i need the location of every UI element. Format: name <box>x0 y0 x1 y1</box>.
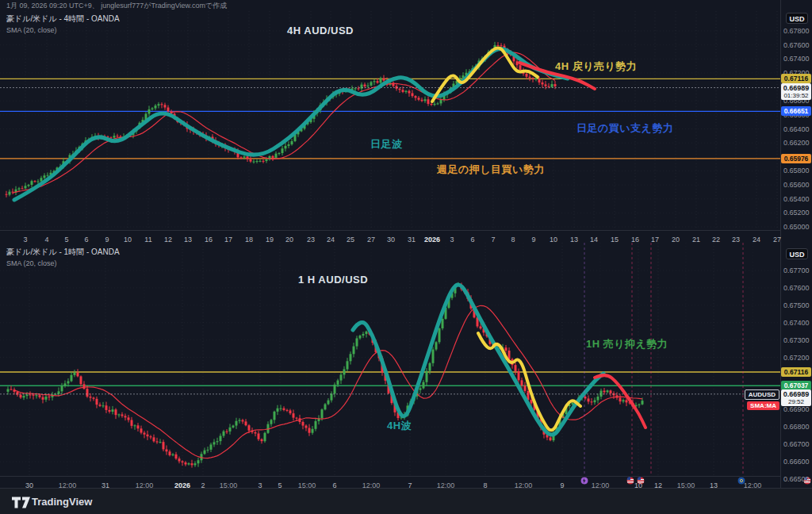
candle-body <box>7 389 10 392</box>
candle-body <box>197 460 200 463</box>
price-scale-1h[interactable] <box>781 243 812 476</box>
candle-body <box>109 410 111 412</box>
economic-event-icon[interactable] <box>580 477 588 485</box>
candle-body <box>285 146 287 148</box>
candle-body <box>427 99 430 104</box>
candle-body <box>603 391 606 393</box>
4h-teal-wave[interactable] <box>14 48 568 200</box>
candle-body <box>331 393 333 400</box>
candle-body <box>105 405 108 410</box>
candle-body <box>600 391 603 397</box>
candle-body <box>48 397 51 397</box>
candle-body <box>358 88 360 89</box>
indicator-label-1h[interactable]: SMA (20, close) <box>6 259 120 267</box>
candle-body <box>291 141 293 144</box>
candle-body <box>282 148 284 153</box>
candle-body <box>247 156 249 159</box>
candle-body <box>302 422 304 426</box>
candle-body <box>6 194 8 195</box>
candle-body <box>266 159 268 161</box>
indicator-label-4h[interactable]: SMA (20, close) <box>6 26 120 34</box>
candle-body <box>327 401 330 405</box>
candle-body <box>594 401 596 403</box>
candle-body <box>175 455 178 458</box>
chart-canvas[interactable] <box>0 0 812 514</box>
candle-body <box>40 178 43 181</box>
candle-body <box>638 405 641 405</box>
candle-body <box>354 88 357 89</box>
candle-body <box>356 338 358 346</box>
tradingview-chart-window: 1月 09, 2026 09:20 UTC+9、 junglesurf777がT… <box>0 0 812 514</box>
symbol-title-1h[interactable]: 豪ドル/米ドル - 1時間 - OANDA <box>6 247 120 258</box>
candle-body <box>426 371 428 382</box>
candle-body <box>131 420 133 426</box>
candle-body <box>288 144 290 146</box>
price-scale-4h[interactable] <box>781 11 812 230</box>
candle-body <box>23 396 25 397</box>
candle-body <box>42 397 44 400</box>
candle-body <box>256 161 259 162</box>
candle-body <box>26 394 29 396</box>
candle-body <box>44 175 46 178</box>
candle-body <box>362 334 365 336</box>
candle-body <box>39 395 41 397</box>
candle-body <box>442 319 444 328</box>
candle-body <box>34 181 36 182</box>
currency-button-1h[interactable]: USD <box>786 248 808 259</box>
candle-body <box>373 81 376 82</box>
candle-body <box>419 388 422 389</box>
candle-body <box>264 433 266 441</box>
candle-body <box>118 414 121 415</box>
4h-red-projection[interactable] <box>519 63 595 89</box>
candle-body <box>293 413 295 418</box>
panel-4h-legend[interactable]: 豪ドル/米ドル - 4時間 - OANDA SMA (20, close) <box>6 13 120 34</box>
candle-body <box>642 401 644 405</box>
candle-body <box>424 99 427 101</box>
candle-body <box>33 395 35 396</box>
candle-body <box>399 89 401 90</box>
candle-body <box>45 397 48 400</box>
panel-1h-legend[interactable]: 豪ドル/米ドル - 1時間 - OANDA SMA (20, close) <box>6 247 120 267</box>
candle-body <box>480 326 482 328</box>
candle-body <box>134 425 136 426</box>
candle-body <box>610 390 612 393</box>
candle-body <box>277 409 279 412</box>
flag-us-icon[interactable] <box>637 477 645 485</box>
flag-us-icon[interactable] <box>626 477 634 485</box>
candle-body <box>408 91 411 94</box>
panel-1h-plot[interactable] <box>0 243 780 479</box>
candle-body <box>258 433 260 439</box>
candle-body <box>178 458 181 461</box>
candle-body <box>262 161 265 162</box>
candle-body <box>191 463 193 465</box>
candle-body <box>524 386 527 391</box>
1h-yellow-wave[interactable] <box>478 333 580 430</box>
candle-body <box>164 105 167 107</box>
currency-button-4h[interactable]: USD <box>786 13 808 24</box>
candle-body <box>128 417 130 420</box>
candle-body <box>432 350 435 363</box>
candle-body <box>516 61 519 65</box>
candle-body <box>437 103 439 104</box>
candle-body <box>439 328 441 342</box>
candle-body <box>204 451 206 455</box>
candle-body <box>261 439 263 441</box>
candle-body <box>350 354 352 361</box>
candle-body <box>305 426 308 428</box>
flag-eu-icon[interactable] <box>737 477 745 485</box>
candle-body <box>405 91 408 92</box>
candle-body <box>37 182 40 182</box>
candle-body <box>112 409 114 412</box>
candle-body <box>242 420 244 422</box>
candle-body <box>210 444 213 449</box>
candle-body <box>121 414 124 416</box>
candle-body <box>412 93 414 96</box>
candle-body <box>622 400 625 401</box>
flag-us-icon[interactable] <box>803 477 811 485</box>
candle-body <box>312 429 314 433</box>
panel-4h-plot[interactable] <box>0 11 780 230</box>
candle-body <box>434 104 436 105</box>
symbol-title-4h[interactable]: 豪ドル/米ドル - 4時間 - OANDA <box>6 13 120 25</box>
candle-body <box>29 394 32 395</box>
candle-body <box>280 409 282 409</box>
